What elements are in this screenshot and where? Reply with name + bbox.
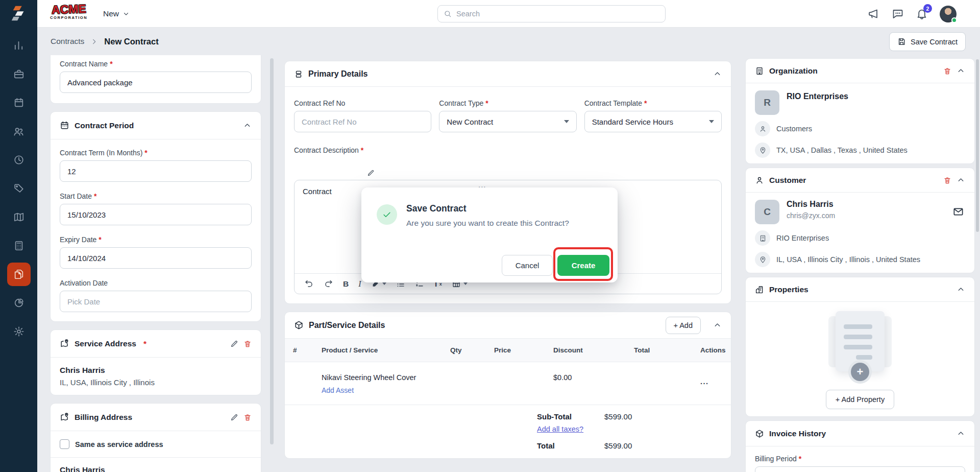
service-address-name: Chris Harris (60, 366, 252, 375)
notifications-button[interactable]: 2 (916, 8, 928, 20)
contract-template-select[interactable]: Standard Service Hours (584, 111, 722, 132)
start-date-input[interactable] (60, 204, 252, 225)
left-column-scrollbar[interactable] (270, 58, 274, 444)
create-button[interactable]: Create (557, 255, 609, 276)
sidebar-item-reports[interactable] (7, 291, 31, 315)
breadcrumb-contracts[interactable]: Contracts (51, 37, 84, 46)
collapse-part-service-button[interactable] (713, 321, 722, 329)
add-asset-link[interactable]: Add Asset (322, 386, 450, 394)
same-as-service-checkbox-row[interactable]: Same as service address (51, 431, 261, 458)
sidebar-item-tags[interactable] (7, 177, 31, 200)
collapse-properties-button[interactable] (957, 285, 965, 294)
sidebar-item-estimates[interactable] (7, 234, 31, 257)
brand-logo[interactable]: ACME CORPORATION (50, 4, 87, 20)
edit-service-address-button[interactable] (230, 340, 238, 348)
sidebar-item-contracts[interactable] (7, 263, 31, 286)
sidebar-item-customers[interactable] (7, 120, 31, 143)
email-customer-button[interactable] (952, 206, 964, 218)
location-pin-icon (759, 256, 767, 264)
add-property-plus-icon[interactable]: + (848, 360, 872, 384)
sidebar-item-time[interactable] (7, 148, 31, 172)
app-logo[interactable] (0, 0, 37, 28)
invoice-history-body: Billing Period* Quarterly (746, 446, 974, 472)
italic-button[interactable]: I (358, 279, 361, 289)
service-address-title: Service Address (75, 339, 136, 348)
add-part-button[interactable]: + Add (666, 317, 701, 334)
organization-card: Organization R RIO Enterprises Customers… (745, 58, 975, 164)
sidebar-item-settings[interactable] (7, 320, 31, 343)
delete-billing-address-button[interactable] (243, 413, 252, 421)
col-price: Price (494, 346, 553, 354)
contract-period-body: Contract Term (In Months)* Start Date* E… (51, 139, 261, 321)
tag-icon (13, 183, 24, 194)
chevron-up-icon (713, 69, 722, 78)
bold-button[interactable]: B (343, 279, 349, 289)
redo-button[interactable] (324, 279, 333, 289)
contract-ref-input[interactable] (294, 111, 431, 132)
user-avatar[interactable] (940, 6, 957, 22)
customer-avatar: C (755, 200, 779, 224)
search-input[interactable] (456, 10, 659, 18)
zigzag-logo-icon (9, 4, 29, 24)
sidebar-item-map[interactable] (7, 205, 31, 229)
total-row: Total $599.00 (537, 441, 659, 450)
trash-icon (243, 413, 252, 421)
organization-type-row: Customers (755, 121, 965, 136)
description-text: Contract (303, 187, 332, 196)
add-property-button[interactable]: + Add Property (826, 390, 894, 409)
building-icon (755, 230, 770, 246)
organization-name[interactable]: RIO Enterprises (787, 92, 848, 115)
sidebar-item-jobs[interactable] (7, 62, 31, 86)
announcements-button[interactable] (868, 8, 880, 20)
contract-name-label: Contract Name* (60, 60, 252, 68)
collapse-period-button[interactable] (243, 121, 252, 130)
messages-button[interactable] (892, 8, 904, 20)
notification-badge: 2 (923, 4, 932, 13)
subtotal-row: Sub-Total $599.00 (537, 412, 659, 421)
properties-card: Properties + + Add Property (745, 277, 975, 417)
redo-icon (324, 279, 333, 289)
remove-organization-button[interactable] (943, 67, 951, 75)
pie-chart-icon (13, 297, 24, 309)
edit-billing-address-button[interactable] (230, 413, 238, 421)
breadcrumb-bar: Contracts New Contract Save Contract (37, 28, 980, 55)
organization-title: Organization (769, 66, 818, 76)
customer-name[interactable]: Chris Harris (787, 200, 835, 209)
pencil-icon (230, 340, 238, 348)
modal-message: Are you sure you want to create this Con… (406, 219, 569, 228)
expiry-date-input[interactable] (60, 247, 252, 269)
collapse-customer-button[interactable] (957, 176, 965, 184)
contract-term-input[interactable] (60, 160, 252, 182)
row-actions-button[interactable]: ... (700, 377, 723, 394)
chevron-down-icon (463, 282, 468, 285)
documents-icon (13, 269, 24, 280)
sidebar-item-analytics[interactable] (7, 34, 31, 57)
cancel-button[interactable]: Cancel (502, 255, 553, 276)
customer-card: Customer C Chris Harris chris@zyx.com RI… (745, 168, 975, 273)
activation-date-input[interactable] (60, 291, 252, 312)
new-menu[interactable]: New (103, 0, 130, 28)
collapse-organization-button[interactable] (957, 66, 965, 75)
billing-period-select[interactable]: Quarterly (755, 466, 965, 472)
sidebar-item-calendar[interactable] (7, 91, 31, 114)
delete-service-address-button[interactable] (243, 340, 252, 348)
building-icon (755, 66, 764, 76)
save-contract-button[interactable]: Save Contract (889, 32, 966, 51)
customer-organization-row: RIO Enterprises (755, 230, 965, 246)
contract-type-select[interactable]: New Contract (439, 111, 576, 132)
add-all-taxes-link[interactable]: Add all taxes? (537, 425, 583, 433)
empty-properties-illustration: + (836, 311, 885, 376)
collapse-primary-details-button[interactable] (713, 69, 722, 78)
undo-button[interactable] (304, 279, 314, 289)
contract-name-input[interactable] (60, 72, 252, 93)
collapse-invoice-history-button[interactable] (957, 429, 965, 438)
edit-description-pencil-icon[interactable] (367, 169, 375, 177)
map-icon (13, 211, 24, 223)
remove-customer-button[interactable] (943, 176, 951, 184)
page-scrollbar[interactable] (976, 59, 979, 232)
start-date-field: Start Date* (60, 192, 252, 225)
chevron-down-icon (564, 120, 569, 123)
same-as-service-checkbox[interactable] (60, 439, 69, 449)
location-pin-icon (755, 252, 770, 267)
row-product-cell: Nikavi Steering Wheel Cover Add Asset (322, 373, 450, 394)
